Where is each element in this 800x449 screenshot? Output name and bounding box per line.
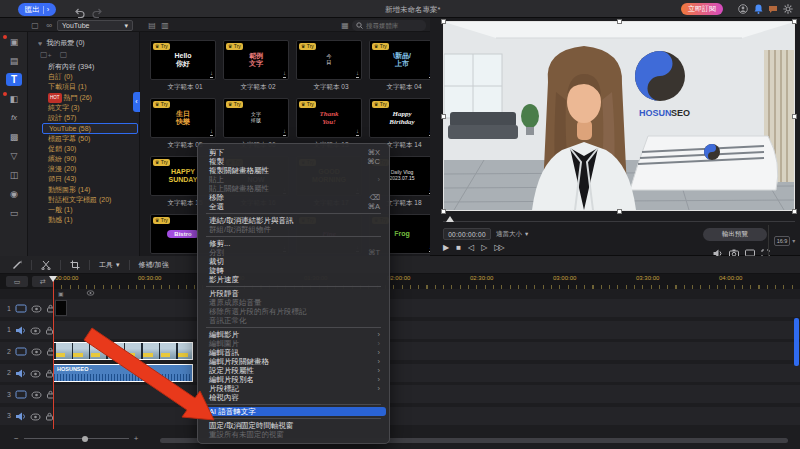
add-media-icon[interactable]: ▢ [30,21,40,30]
folder-item[interactable]: 節日 (43) [28,174,140,184]
video-clip-selected[interactable] [53,342,193,360]
preview-scrub-handle[interactable] [446,216,454,222]
sidebar-item-transition[interactable]: ◧ [0,89,28,108]
timeline-ruler[interactable]: 00:00:0000:30:0001:00:0001:30:0002:00:00… [53,274,800,289]
menu-item[interactable]: 旋轉 [198,266,389,275]
sidebar-item-filters[interactable]: ▽ [0,146,28,165]
subscribe-button[interactable]: 立即訂閱 [681,3,723,15]
stop-button[interactable]: ■ [456,243,461,252]
zoom-fit-dropdown[interactable]: 適當大小 ▾ [496,228,528,240]
menu-item[interactable]: 片段標記› [198,384,389,393]
template-item[interactable]: ♛ Try今 日↓文字範本 03 [296,40,366,98]
search-input[interactable] [366,22,422,29]
template-thumbnail[interactable]: ♛ TryHappy Birthday↓ [369,98,430,138]
manage-tracks-button[interactable]: ▭ [6,276,28,287]
selection-handle[interactable] [792,209,797,214]
search-box[interactable] [352,20,426,31]
menu-item[interactable]: 片段靜音 [198,289,389,298]
menu-item[interactable]: 裁切 [198,257,389,266]
selection-handle[interactable] [441,19,446,24]
link-media-icon[interactable]: ∞ [44,21,54,30]
menu-item[interactable]: 複製⌘C [198,157,389,166]
download-icon[interactable]: ↓ [356,128,359,136]
visibility-eye-icon[interactable] [30,364,41,382]
export-button[interactable]: 匯出 › [18,3,56,16]
redo-icon[interactable] [92,4,104,15]
sidebar-item-effects[interactable]: fx [0,108,28,127]
settings-gear-icon[interactable] [782,3,794,15]
selection-handle[interactable] [441,114,446,119]
title-clip[interactable] [55,300,67,316]
folder-item[interactable]: HOT熱門 (26) [28,93,140,103]
play-button[interactable]: ▶ [443,243,449,252]
template-thumbnail[interactable]: ♛ Try今 日↓ [296,40,362,80]
track-lane[interactable] [53,342,800,360]
folder-item[interactable]: 標題字幕 (50) [28,134,140,144]
download-icon[interactable]: ↓ [283,128,286,136]
audio-clip-selected[interactable]: HOSUNSEO - [53,364,193,382]
sidebar-item-record[interactable]: ◉ [0,184,28,203]
menu-item[interactable]: 編輯影片› [198,330,389,339]
selection-handle[interactable] [617,19,622,24]
crop-tool-icon[interactable] [70,256,80,274]
menu-item[interactable]: 固定/取消固定時間軸視窗 [198,421,389,430]
visibility-eye-icon[interactable] [31,385,42,403]
download-icon[interactable]: ↓ [210,70,213,78]
menu-item[interactable]: 連結/取消連結影片與音訊 [198,216,389,225]
folder-item[interactable]: 浪漫 (20) [28,164,140,174]
folder-item[interactable]: 設計 (57) [28,113,140,123]
selection-handle[interactable] [792,114,797,119]
template-thumbnail[interactable]: ♛ Try\新品/ 上市↓ [369,40,430,80]
zoom-in-icon[interactable]: + [134,434,139,443]
template-item[interactable]: ♛ Try範例 文字↓文字範本 02 [223,40,293,98]
feedback-chat-icon[interactable] [767,3,779,15]
zoom-slider[interactable] [24,438,129,439]
menu-item[interactable]: 修剪... [198,239,389,248]
track-lane[interactable] [53,321,800,339]
menu-item[interactable]: 移除⌫ [198,193,389,202]
folder-item[interactable]: 自訂 (0) [28,72,140,82]
grid-view-icon[interactable]: ▦ [340,21,350,30]
tools-dropdown[interactable]: 工具 ▾ [99,260,120,270]
next-frame-button[interactable]: ▷ [481,243,487,252]
folder-item[interactable]: 對話框文字標題 (20) [28,195,140,205]
folder-item[interactable]: 促銷 (30) [28,144,140,154]
playhead-handle[interactable] [49,276,57,282]
preview-viewport[interactable]: HOSUN SEO [443,21,795,211]
vertical-scrollbar[interactable] [794,318,799,366]
track-lane[interactable] [53,385,800,403]
notification-bell-icon[interactable] [752,3,764,15]
folder-item[interactable]: 純文字 (3) [28,103,140,113]
template-thumbnail[interactable]: ♛ Try文字 排版↓ [223,98,289,138]
sidebar-item-media[interactable]: ▣ [0,32,28,51]
folder-item[interactable]: 動態圖形 (14) [28,185,140,195]
download-icon[interactable]: ↓ [356,70,359,78]
menu-item[interactable]: 編輯片段關鍵畫格› [198,357,389,366]
eye-icon[interactable] [86,290,95,297]
visibility-eye-icon[interactable] [31,299,42,317]
visibility-eye-icon[interactable] [30,321,41,339]
import-file-icon[interactable]: ▤ [147,21,157,30]
sidebar-item-text[interactable]: T [0,70,28,89]
folder-item[interactable]: 所有內容 (394) [28,62,140,72]
collapse-panel-button[interactable]: ‹ [133,92,140,112]
download-icon[interactable]: ↓ [210,128,213,136]
track-lane[interactable]: HOSUNSEO - [53,364,800,382]
menu-item[interactable]: 設定片段屬性› [198,366,389,375]
account-icon[interactable] [737,3,749,15]
marker-box-icon[interactable]: ▣ [58,290,64,297]
menu-item[interactable]: 檢視內容 [198,393,389,402]
render-preview-button[interactable]: 輸出預覽 [703,228,767,241]
folder-item[interactable]: 動感 (1) [28,215,140,225]
visibility-eye-icon[interactable] [30,407,41,425]
pen-tool-icon[interactable] [12,256,22,274]
split-scissors-icon[interactable] [41,256,51,274]
template-thumbnail[interactable]: ♛ Try生日 快樂↓ [150,98,216,138]
selection-handle[interactable] [792,19,797,24]
visibility-eye-icon[interactable] [31,342,42,360]
track-lane[interactable] [53,299,800,317]
media-source-dropdown[interactable]: YouTube ▾ [57,20,133,31]
menu-item[interactable]: 編輯音訊› [198,348,389,357]
menu-item[interactable]: AI 語音轉文字 [201,407,386,416]
zoom-slider-thumb[interactable] [82,436,88,442]
